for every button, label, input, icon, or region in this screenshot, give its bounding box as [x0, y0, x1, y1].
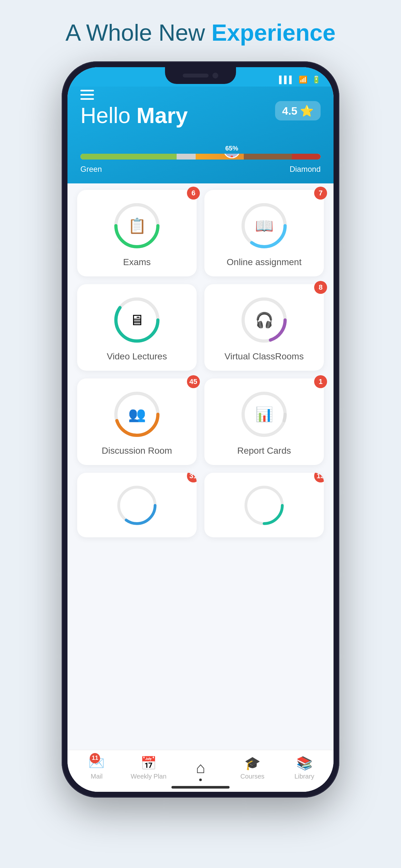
- tab-bar: ✉️ 11 Mail 📅 Weekly Plan ⌂ 🎓 Courses 📚 L…: [67, 750, 334, 792]
- partial-card-2-badge: 13: [314, 473, 324, 483]
- progress-bar: 👤: [81, 154, 320, 159]
- progress-white: [177, 154, 196, 159]
- library-icon: 📚: [297, 755, 312, 771]
- online-assignment-card[interactable]: 7 📖 Online assignment: [204, 190, 324, 276]
- exams-icon-wrap: 📋: [113, 202, 161, 250]
- partial-card-1[interactable]: 31: [77, 473, 197, 537]
- partial-card-2[interactable]: 13: [204, 473, 324, 537]
- greeting-text: Hello Mary: [81, 103, 188, 128]
- progress-dark: [244, 154, 292, 159]
- home-icon: ⌂: [196, 759, 205, 777]
- library-label: Library: [295, 773, 314, 780]
- partial-ring-1: [116, 485, 158, 526]
- video-lectures-icon: 🖥: [129, 311, 144, 329]
- phone-frame: ▌▌▌ 📶 🔋 Hello Mary 4.5 ⭐: [62, 61, 339, 798]
- report-cards-badge: 1: [314, 375, 327, 388]
- online-assignment-icon-wrap: 📖: [240, 202, 288, 250]
- report-cards-icon-wrap: 📊: [240, 390, 288, 438]
- home-indicator: [172, 786, 229, 788]
- weekly-plan-label: Weekly Plan: [131, 773, 166, 780]
- discussion-room-icon: 👥: [128, 406, 146, 423]
- discussion-room-card[interactable]: 45 👥 Discussion Room: [77, 378, 197, 465]
- home-tab-dot: [199, 779, 202, 781]
- online-assignment-icon: 📖: [255, 217, 274, 235]
- exams-card[interactable]: 6 📋 Exams: [77, 190, 197, 276]
- video-lectures-label: Video Lectures: [107, 351, 167, 362]
- menu-line-2: [81, 94, 94, 96]
- page-title: A Whole New Experience: [0, 20, 401, 46]
- phone-screen: ▌▌▌ 📶 🔋 Hello Mary 4.5 ⭐: [67, 67, 334, 792]
- menu-line-1: [81, 90, 94, 91]
- courses-icon: 🎓: [244, 755, 260, 771]
- online-assignment-badge: 7: [314, 187, 327, 199]
- exams-icon: 📋: [128, 217, 146, 235]
- report-cards-label: Report Cards: [237, 445, 291, 456]
- notch-speaker: [183, 73, 209, 78]
- progress-labels: Green Diamond: [81, 165, 320, 174]
- progress-green: [81, 154, 177, 159]
- progress-label-right: Diamond: [289, 165, 320, 174]
- report-cards-card[interactable]: 1 📊 Report Cards: [204, 378, 324, 465]
- mail-icon-wrap: ✉️ 11: [89, 755, 104, 771]
- weekly-plan-icon: 📅: [141, 755, 157, 771]
- online-assignment-label: Online assignment: [227, 257, 302, 268]
- menu-line-3: [81, 98, 94, 100]
- virtual-classrooms-icon-wrap: 🎧: [240, 296, 288, 344]
- progress-label: 65%: [225, 145, 238, 152]
- mail-label: Mail: [91, 773, 103, 780]
- tab-weekly-plan[interactable]: 📅 Weekly Plan: [129, 755, 168, 780]
- tab-mail[interactable]: ✉️ 11 Mail: [77, 755, 116, 780]
- exams-label: Exams: [123, 257, 151, 268]
- virtual-classrooms-badge: 8: [314, 281, 327, 294]
- exams-badge: 6: [187, 187, 200, 199]
- tab-library[interactable]: 📚 Library: [285, 755, 324, 780]
- wifi-icon: 📶: [299, 75, 307, 84]
- main-content: 6 📋 Exams 7: [67, 183, 334, 750]
- signal-icon: ▌▌▌: [279, 75, 294, 84]
- discussion-room-icon-wrap: 👥: [113, 390, 161, 438]
- tab-courses[interactable]: 🎓 Courses: [233, 755, 272, 780]
- video-lectures-card[interactable]: 🖥 Video Lectures: [77, 284, 197, 371]
- discussion-room-label: Discussion Room: [102, 445, 172, 456]
- star-icon: ⭐: [300, 104, 313, 117]
- notch: [165, 67, 236, 84]
- mail-badge: 11: [90, 753, 100, 764]
- partial-card-1-badge: 31: [187, 473, 197, 483]
- virtual-classrooms-card[interactable]: 8 🎧 Virtual ClassRooms: [204, 284, 324, 371]
- menu-button[interactable]: [81, 90, 94, 100]
- progress-label-left: Green: [81, 165, 102, 174]
- report-cards-icon: 📊: [255, 406, 273, 423]
- notch-camera: [212, 73, 218, 79]
- partial-cards-row: 31 13: [77, 473, 324, 537]
- battery-icon: 🔋: [312, 75, 320, 84]
- partial-ring-2: [243, 485, 285, 526]
- courses-label: Courses: [241, 773, 265, 780]
- cards-grid: 6 📋 Exams 7: [77, 190, 324, 465]
- virtual-classrooms-icon: 🎧: [255, 311, 274, 329]
- discussion-room-badge: 45: [187, 375, 200, 388]
- video-lectures-icon-wrap: 🖥: [113, 296, 161, 344]
- tab-home[interactable]: ⌂: [181, 759, 220, 777]
- progress-section: 👤 65% Green Diamond: [81, 154, 320, 174]
- rating-badge: 4.5 ⭐: [275, 101, 320, 120]
- virtual-classrooms-label: Virtual ClassRooms: [224, 351, 304, 362]
- progress-red: [292, 154, 320, 159]
